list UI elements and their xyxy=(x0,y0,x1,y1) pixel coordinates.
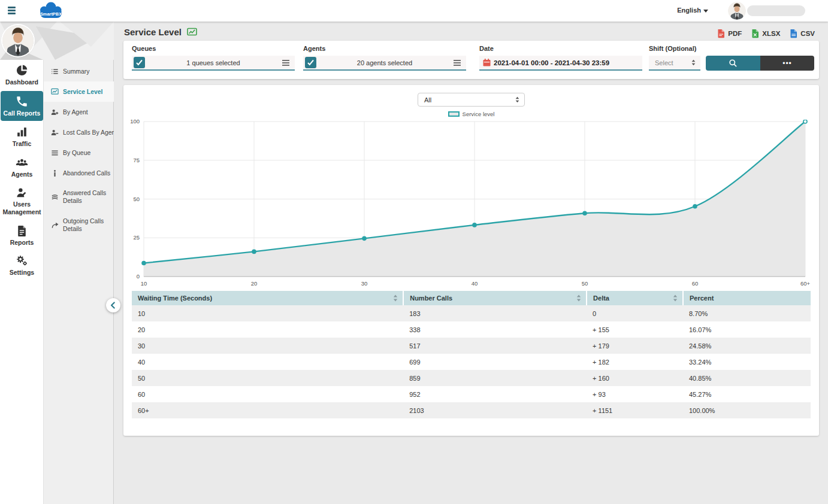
menu-lines-icon[interactable] xyxy=(453,59,461,66)
queues-checkbox[interactable] xyxy=(134,57,145,68)
user-avatar[interactable] xyxy=(728,2,746,20)
submenu-item-label: Lost Calls By Agent xyxy=(63,129,117,136)
sidebar-item-label: Settings xyxy=(10,269,34,277)
queues-select[interactable]: 1 queues selected xyxy=(132,56,295,71)
table-body: 1018308.70%20338+ 15516.07%30517+ 17924.… xyxy=(132,305,811,418)
search-button[interactable] xyxy=(706,56,760,71)
table-cell: 45.27% xyxy=(683,386,811,402)
svg-text:40: 40 xyxy=(472,280,478,287)
menu-lines-icon[interactable] xyxy=(282,59,290,66)
table-cell: 699 xyxy=(403,354,587,370)
sidebar-item-label: Users Management xyxy=(1,201,43,215)
table-row[interactable]: 20338+ 15516.07% xyxy=(132,321,811,338)
table-cell: 20 xyxy=(132,321,403,338)
column-header-waiting-time[interactable]: Waiting Time (Seconds) xyxy=(132,291,403,305)
sidebar-item-traffic[interactable]: Traffic xyxy=(0,122,44,152)
arrow-out-icon xyxy=(51,221,59,229)
chart-legend: Service level xyxy=(123,111,819,117)
service-level-table: Waiting Time (Seconds) Number Calls Delt… xyxy=(132,291,811,418)
submenu-item-answered-calls-details[interactable]: Answered Calls Details xyxy=(44,183,114,211)
submenu-item-label: Summary xyxy=(63,68,89,75)
submenu-item-summary[interactable]: Summary xyxy=(44,61,114,81)
svg-text:60: 60 xyxy=(692,280,699,287)
svg-text:0: 0 xyxy=(137,273,140,280)
table-row[interactable]: 40699+ 18233.24% xyxy=(132,354,811,370)
submenu-item-abandoned-calls[interactable]: Abandoned Calls xyxy=(44,163,114,183)
submenu-item-outgoing-calls-details[interactable]: Outgoing Calls Details xyxy=(44,211,114,239)
svg-text:60+: 60+ xyxy=(800,280,811,287)
bar-chart-icon xyxy=(16,126,28,138)
table-cell: 50 xyxy=(132,370,403,386)
queues-label: Queues xyxy=(132,45,156,52)
sidebar-item-dashboard[interactable]: Dashboard xyxy=(0,60,44,90)
submenu-item-lost-calls-by-agent[interactable]: Lost Calls By Agent xyxy=(44,122,114,142)
sidebar-item-agents[interactable]: Agents xyxy=(0,152,44,183)
column-header-number-calls[interactable]: Number Calls xyxy=(403,291,587,305)
export-toolbar: PDF XLSX CSV xyxy=(717,29,815,38)
data-point xyxy=(583,211,587,215)
page-title-text: Service Level xyxy=(124,27,182,37)
data-point xyxy=(142,261,146,265)
table-cell: 60 xyxy=(132,386,403,402)
svg-text:100: 100 xyxy=(130,120,140,125)
date-range-text: 2021-04-01 00:00 - 2021-04-30 23:59 xyxy=(494,59,609,66)
submenu-item-service-level[interactable]: Service Level xyxy=(44,81,114,102)
svg-text:20: 20 xyxy=(251,280,258,287)
table-cell: + 93 xyxy=(587,386,683,402)
more-options-button[interactable]: ••• xyxy=(760,56,814,71)
group-filter-value: All xyxy=(424,96,431,104)
table-row[interactable]: 30517+ 17924.58% xyxy=(132,338,811,354)
submenu-item-label: Answered Calls Details xyxy=(63,190,111,205)
agents-select[interactable]: 20 agents selected xyxy=(303,56,466,71)
group-filter-select[interactable]: All xyxy=(418,93,525,107)
sidebar-item-users-management[interactable]: Users Management xyxy=(0,182,44,220)
legend-label: Service level xyxy=(463,111,495,117)
sort-icon[interactable] xyxy=(673,294,678,302)
sidebar-item-settings[interactable]: Settings xyxy=(0,250,44,281)
table-cell: 183 xyxy=(403,305,587,321)
brand-logo[interactable]: SmartPBX xyxy=(36,1,66,21)
menu-toggle-icon[interactable] xyxy=(8,7,16,14)
shift-label: Shift (Optional) xyxy=(649,45,696,52)
export-csv-label: CSV xyxy=(800,30,815,37)
user-plus-icon xyxy=(51,108,59,116)
page-title: Service Level xyxy=(124,27,197,37)
app-window: SmartPBX English Dashboard xyxy=(0,0,828,504)
service-level-chart[interactable]: 025507510010203040506060+ xyxy=(123,120,819,294)
data-point xyxy=(473,223,476,227)
table-cell: 30 xyxy=(132,338,403,354)
language-selector[interactable]: English xyxy=(677,7,708,14)
export-csv-button[interactable]: CSV xyxy=(790,29,815,38)
table-row[interactable]: 50859+ 16040.85% xyxy=(132,370,811,386)
table-cell: 952 xyxy=(403,386,587,402)
column-header-delta[interactable]: Delta xyxy=(587,291,683,305)
updown-arrows-icon xyxy=(515,96,519,103)
report-icon xyxy=(16,224,28,237)
collapse-sidebar-button[interactable] xyxy=(106,298,120,312)
table-cell: 24.58% xyxy=(683,338,811,354)
sidebar-item-reports[interactable]: Reports xyxy=(0,220,44,251)
agents-checkbox[interactable] xyxy=(305,57,316,68)
submenu-item-by-agent[interactable]: By Agent xyxy=(44,102,114,122)
column-header-percent[interactable]: Percent xyxy=(683,291,811,305)
gears-icon xyxy=(16,254,28,267)
table-cell: 10 xyxy=(132,305,403,321)
table-row[interactable]: 60+2103+ 1151100.00% xyxy=(132,402,811,418)
submenu-item-by-queue[interactable]: By Queue xyxy=(44,142,114,163)
export-pdf-button[interactable]: PDF xyxy=(717,29,742,38)
layers-icon xyxy=(51,193,59,201)
table-cell: 859 xyxy=(403,370,587,386)
pdf-file-icon xyxy=(717,29,725,38)
date-range-input[interactable]: 2021-04-01 00:00 - 2021-04-30 23:59 xyxy=(479,56,642,71)
export-xlsx-button[interactable]: XLSX xyxy=(751,29,780,38)
sidebar-item-call-reports[interactable]: Call Reports xyxy=(1,91,43,122)
cloud-logo-icon: SmartPBX xyxy=(36,1,66,21)
table-row[interactable]: 60952+ 9345.27% xyxy=(132,386,811,402)
table-row[interactable]: 1018308.70% xyxy=(132,305,811,321)
profile-avatar[interactable] xyxy=(2,25,34,56)
shift-select[interactable]: Select xyxy=(649,56,700,71)
sort-icon[interactable] xyxy=(576,294,581,302)
updown-arrows-icon xyxy=(691,59,696,66)
sort-icon[interactable] xyxy=(393,294,398,302)
sidebar-item-label: Traffic xyxy=(13,140,32,148)
